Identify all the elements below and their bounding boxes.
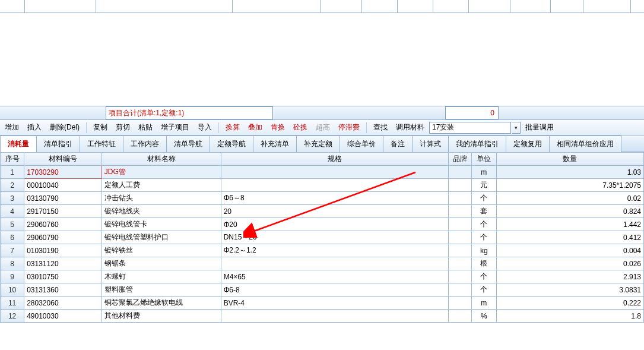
table-row[interactable]: 117030290JDG管m1.03 [1,166,644,179]
cell-spec[interactable]: Φ2.2～1.2 [221,244,449,257]
cell-unit[interactable]: kg [471,244,496,257]
tab-3[interactable]: 工作内容 [123,135,167,152]
insert-button[interactable]: 插入 [24,121,45,134]
cell-qty[interactable]: 0.02 [496,192,643,205]
cell-unit[interactable]: m [471,166,496,179]
cell-spec[interactable] [221,257,449,270]
copy-button[interactable]: 复制 [90,121,111,134]
swap-button[interactable]: 肯换 [267,121,288,134]
table-row[interactable]: 803131120钢锯条根0.026 [1,257,644,270]
concrete-button[interactable]: 砼换 [290,121,311,134]
cell-unit[interactable]: 根 [471,257,496,270]
cell-brand[interactable] [449,297,471,310]
cell-qty[interactable]: 0.004 [496,244,643,257]
table-row[interactable]: 200010040定额人工费元7.35*1.2075 [1,179,644,192]
cell-spec[interactable] [221,179,449,192]
cell-spec[interactable]: 20 [221,205,449,218]
cell-spec[interactable] [221,166,449,179]
cell-spec[interactable]: Φ6-8 [221,283,449,297]
cell-unit[interactable]: 个 [471,283,496,297]
cut-button[interactable]: 剪切 [112,121,134,134]
cell-brand[interactable] [449,192,471,205]
cell-code[interactable]: 49010030 [24,310,102,323]
cell-unit[interactable]: 个 [471,218,496,231]
cell-unit[interactable]: % [471,310,496,323]
material-select-dropdown[interactable] [512,122,521,134]
cell-code[interactable]: 03131360 [24,283,102,297]
header-brand[interactable]: 品牌 [449,153,471,166]
cell-code[interactable]: 17030290 [24,166,102,179]
cell-qty[interactable]: 1.8 [496,310,643,323]
delete-button[interactable]: 删除(Del) [46,121,83,134]
cell-spec[interactable]: Φ20 [221,218,449,231]
cell-code[interactable]: 03010750 [24,270,102,283]
header-name[interactable]: 材料名称 [101,153,221,166]
tab-5[interactable]: 定额导航 [210,135,253,152]
cell-brand[interactable] [449,310,471,323]
subitem-button[interactable]: 增子项目 [157,121,193,134]
tab-13[interactable]: 相同清单组价应用 [549,135,621,152]
cell-unit[interactable]: 元 [471,179,496,192]
cell-code[interactable]: 29060760 [24,218,102,231]
tab-11[interactable]: 我的清单指引 [448,135,506,152]
cell-brand[interactable] [449,231,471,244]
cell-name[interactable]: 其他材料费 [101,310,221,323]
cell-name[interactable]: 木螺钉 [101,270,221,283]
cell-unit[interactable]: 个 [471,231,496,244]
cell-spec[interactable] [221,310,449,323]
cell-qty[interactable]: 0.222 [496,297,643,310]
cell-qty[interactable]: 1.03 [496,166,643,179]
cell-name[interactable]: 定额人工费 [101,179,221,192]
cell-name[interactable]: 镀锌电线管塑料护口 [101,231,221,244]
cell-qty[interactable]: 1.442 [496,218,643,231]
cell-spec[interactable]: BVR-4 [221,297,449,310]
cell-spec[interactable]: M4×65 [221,270,449,283]
cell-brand[interactable] [449,179,471,192]
cell-name[interactable]: 铜芯聚氯乙烯绝缘软电线 [101,297,221,310]
material-select[interactable]: 17安装 [429,122,511,134]
tab-10[interactable]: 计算式 [412,135,449,152]
header-qty[interactable]: 数量 [496,153,643,166]
tab-0[interactable]: 消耗量 [0,135,37,152]
header-unit[interactable]: 单位 [471,153,496,166]
cell-code[interactable]: 01030190 [24,244,102,257]
table-row[interactable]: 1249010030其他材料费%1.8 [1,310,644,323]
table-row[interactable]: 701030190镀锌铁丝Φ2.2～1.2kg0.004 [1,244,644,257]
find-button[interactable]: 查找 [370,121,391,134]
cell-brand[interactable] [449,218,471,231]
header-seq[interactable]: 序号 [1,153,24,166]
cell-unit[interactable]: 个 [471,270,496,283]
header-spec[interactable]: 规格 [221,153,449,166]
cell-code[interactable]: 29170150 [24,205,102,218]
tab-8[interactable]: 综合单价 [340,135,383,152]
table-row[interactable]: 1128032060铜芯聚氯乙烯绝缘软电线BVR-4m0.222 [1,297,644,310]
cell-brand[interactable] [449,205,471,218]
cell-unit[interactable]: m [471,297,496,310]
header-code[interactable]: 材料编号 [24,153,102,166]
material-button[interactable]: 调用材料 [392,121,428,134]
table-row[interactable]: 903010750木螺钉M4×65个2.913 [1,270,644,283]
cell-name[interactable]: 镀锌地线夹 [101,205,221,218]
paste-button[interactable]: 粘贴 [135,121,156,134]
table-row[interactable]: 1003131360塑料胀管Φ6-8个3.0831 [1,283,644,297]
cell-qty[interactable]: 0.412 [496,231,643,244]
batch-button[interactable]: 批量调用 [522,121,557,134]
import-button[interactable]: 导入 [194,121,215,134]
table-row[interactable]: 629060790镀锌电线管塑料护口DN15～20个0.412 [1,231,644,244]
cell-code[interactable]: 03130790 [24,192,102,205]
cell-name[interactable]: 镀锌电线管卡 [101,218,221,231]
cell-spec[interactable]: DN15～20 [221,231,449,244]
cell-name[interactable]: 钢锯条 [101,257,221,270]
table-row[interactable]: 303130790冲击钻头Φ6～8个0.02 [1,192,644,205]
tab-1[interactable]: 清单指引 [36,135,80,152]
cell-brand[interactable] [449,257,471,270]
cell-code[interactable]: 03131120 [24,257,102,270]
tab-12[interactable]: 定额复用 [506,135,550,152]
cell-unit[interactable]: 套 [471,205,496,218]
cell-code[interactable]: 28032060 [24,297,102,310]
ultra-button[interactable]: 超高 [312,121,334,134]
cell-spec[interactable]: Φ6～8 [221,192,449,205]
cell-name[interactable]: 塑料胀管 [101,283,221,297]
table-row[interactable]: 529060760镀锌电线管卡Φ20个1.442 [1,218,644,231]
recalc-button[interactable]: 换算 [222,121,243,134]
